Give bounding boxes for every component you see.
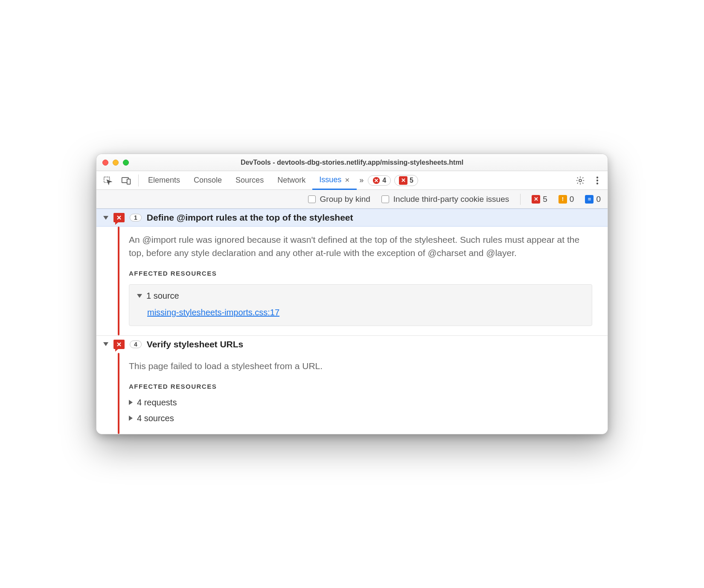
checkbox-label: Include third-party cookie issues xyxy=(393,195,509,204)
error-speech-icon xyxy=(113,340,125,349)
svg-point-5 xyxy=(596,176,598,178)
count-value: 0 xyxy=(596,195,601,204)
issues-panel: 1 Define @import rules at the top of the… xyxy=(96,209,608,434)
count-value: 5 xyxy=(543,195,547,204)
warning-box-icon: ! xyxy=(559,195,567,204)
issues-filter-bar: Group by kind Include third-party cookie… xyxy=(96,190,608,209)
disclosure-triangle-icon xyxy=(129,416,133,421)
settings-icon[interactable] xyxy=(572,172,589,189)
group-by-kind-checkbox[interactable]: Group by kind xyxy=(308,195,370,204)
issue-header[interactable]: 4 Verify stylesheet URLs xyxy=(96,335,608,353)
panel-tabs: Elements Console Sources Network Issues … xyxy=(141,171,357,189)
count-value: 0 xyxy=(570,195,574,204)
inspect-element-icon[interactable] xyxy=(98,171,117,190)
source-summary-text: 1 source xyxy=(146,290,179,302)
affected-row-text: 4 requests xyxy=(137,396,177,409)
tab-label: Issues xyxy=(319,175,341,184)
affected-resources-box: 1 source missing-stylesheets-imports.css… xyxy=(129,284,592,326)
affected-resources-label: AFFECTED RESOURCES xyxy=(129,269,592,278)
titlebar: DevTools - devtools-dbg-stories.netlify.… xyxy=(96,154,608,171)
more-menu-icon[interactable] xyxy=(589,172,606,189)
error-speech-icon xyxy=(113,213,125,222)
affected-row-text: 4 sources xyxy=(137,412,174,425)
error-box-icon: ✕ xyxy=(399,176,407,185)
checkbox-icon xyxy=(308,195,316,203)
svg-point-7 xyxy=(596,182,598,184)
errors-badge-box[interactable]: ✕ 5 xyxy=(394,175,418,186)
svg-point-6 xyxy=(596,179,598,181)
issue-body: An @import rule was ignored because it w… xyxy=(96,227,608,335)
tab-elements[interactable]: Elements xyxy=(141,171,187,189)
issue-title: Verify stylesheet URLs xyxy=(147,339,243,349)
disclosure-triangle-icon xyxy=(129,400,133,405)
affected-row[interactable]: 4 requests xyxy=(129,396,592,409)
device-toggle-icon[interactable] xyxy=(117,171,136,190)
warning-count[interactable]: !0 xyxy=(559,195,574,204)
info-box-icon: ≡ xyxy=(585,195,593,204)
tab-label: Elements xyxy=(148,176,180,185)
tab-label: Network xyxy=(277,176,305,185)
affected-resources-label: AFFECTED RESOURCES xyxy=(129,382,592,391)
checkbox-icon xyxy=(381,195,389,203)
include-third-party-checkbox[interactable]: Include third-party cookie issues xyxy=(381,195,509,204)
error-circle-icon xyxy=(372,177,380,184)
issue-description: An @import rule was ignored because it w… xyxy=(129,233,592,259)
error-box-icon: ✕ xyxy=(532,195,540,204)
svg-point-4 xyxy=(579,179,582,182)
issue-body: This page failed to load a stylesheet fr… xyxy=(96,353,608,434)
devtools-toolbar: Elements Console Sources Network Issues … xyxy=(96,171,608,190)
affected-resources-list: 4 requests 4 sources xyxy=(129,396,592,425)
issue-header[interactable]: 1 Define @import rules at the top of the… xyxy=(96,209,608,227)
info-count[interactable]: ≡0 xyxy=(585,195,601,204)
issue-count-badge: 1 xyxy=(130,214,142,221)
window-title: DevTools - devtools-dbg-stories.netlify.… xyxy=(96,159,608,166)
separator xyxy=(520,194,521,205)
issue-description: This page failed to load a stylesheet fr… xyxy=(129,360,592,373)
affected-row[interactable]: 4 sources xyxy=(129,412,592,425)
source-summary-row[interactable]: 1 source xyxy=(137,290,584,302)
svg-rect-2 xyxy=(127,179,131,184)
disclosure-triangle-icon xyxy=(103,216,108,220)
close-tab-icon[interactable]: ✕ xyxy=(345,177,350,183)
disclosure-triangle-icon xyxy=(137,294,142,298)
tab-console[interactable]: Console xyxy=(187,171,229,189)
badge-count: 4 xyxy=(382,177,386,184)
tab-issues[interactable]: Issues ✕ xyxy=(312,171,357,190)
devtools-window: DevTools - devtools-dbg-stories.netlify.… xyxy=(96,154,608,434)
issue-title: Define @import rules at the top of the s… xyxy=(147,212,353,223)
errors-badge-round[interactable]: 4 xyxy=(368,175,391,186)
separator xyxy=(138,175,139,186)
tab-network[interactable]: Network xyxy=(271,171,312,189)
badge-count: 5 xyxy=(410,177,413,184)
issue-count-badge: 4 xyxy=(130,341,142,348)
tab-label: Sources xyxy=(236,176,264,185)
checkbox-label: Group by kind xyxy=(320,195,370,204)
more-tabs-icon[interactable]: » xyxy=(357,176,366,185)
source-link[interactable]: missing-stylesheets-imports.css:17 xyxy=(147,306,279,319)
disclosure-triangle-icon xyxy=(103,342,108,346)
tab-sources[interactable]: Sources xyxy=(229,171,271,189)
error-count[interactable]: ✕5 xyxy=(532,195,547,204)
tab-label: Console xyxy=(194,176,222,185)
